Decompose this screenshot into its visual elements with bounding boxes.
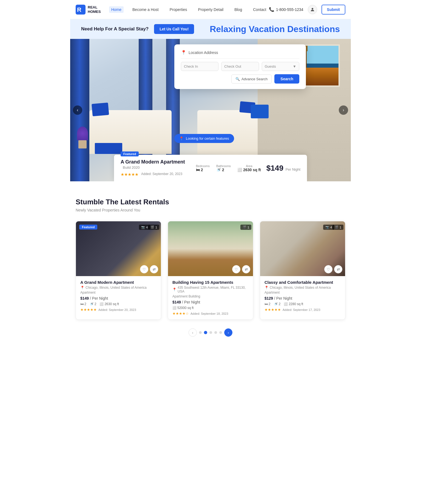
dot-1[interactable] <box>199 331 202 334</box>
dot-3[interactable] <box>209 331 212 334</box>
call-button[interactable]: Let Us Call You! <box>154 24 194 34</box>
card-footer-1: ★★★★★ Added: September 20, 2023 <box>80 308 157 312</box>
hero-property-info: A Grand Modern Apartment Build 2020 ★★★★… <box>121 159 190 177</box>
hero-property-name: A Grand Modern Apartment <box>121 159 185 165</box>
phone-number: 1-800-555-1234 <box>276 7 303 12</box>
navbar: R REAL HOMES Home Become a Host Properti… <box>70 0 351 19</box>
dot-4[interactable] <box>214 331 217 334</box>
nav-home[interactable]: Home <box>109 6 124 13</box>
user-icon <box>310 7 315 12</box>
dot-5[interactable] <box>219 331 222 334</box>
pillow-1 <box>92 102 109 116</box>
rentals-subtitle: Newly Vacated Properties Around You <box>76 208 345 212</box>
features-bar: 📍 Looking for certain features <box>174 134 234 143</box>
hero-top-bar: Need Help For A Special Stay? Let Us Cal… <box>70 19 351 39</box>
card-image-3: 📷 4 🎬 1 ♡ ⇄ <box>260 221 345 276</box>
card-compare-3[interactable]: ⇄ <box>334 265 342 273</box>
card-price-1: $149 / Per Night <box>80 296 157 300</box>
card-title-3: Classy and Comfortable Apartment <box>264 280 341 285</box>
check-in-field[interactable]: Check In <box>181 62 218 71</box>
card-favorite-1[interactable]: ♡ <box>140 265 148 273</box>
hero-banner-text: Need Help For A Special Stay? <box>81 26 149 32</box>
area-icon: ⬜ <box>237 168 242 172</box>
features-button[interactable]: 📍 Looking for certain features <box>174 134 234 143</box>
card-baths-3: 🚿 2 <box>274 302 281 306</box>
location-icon-2: 📍 <box>172 288 177 291</box>
search-fields-row: Check In Check Out Guests ▼ <box>181 62 299 71</box>
card-location-3: 📍 Chicago, Illinois, United States of Am… <box>264 286 341 290</box>
hero-property-stats: Bedrooms 🛏 2 Bathrooms 🚿 2 Area <box>196 164 261 172</box>
property-card-3[interactable]: 📷 4 🎬 1 ♡ ⇄ Classy and Comfortable Apart… <box>260 221 345 320</box>
bathroom-icon: 🚿 <box>216 168 221 172</box>
guests-field[interactable]: Guests ▼ <box>262 62 299 71</box>
carousel-dots: ‹ › <box>76 328 345 348</box>
nav-properties[interactable]: Properties <box>167 6 189 13</box>
dots-prev-arrow[interactable]: ‹ <box>189 328 197 337</box>
user-icon-button[interactable] <box>308 5 317 14</box>
card-image-2: 🎬 1 ♡ ⇄ <box>168 221 253 276</box>
nav-contact[interactable]: Contact <box>251 6 268 13</box>
card-actions-3: ♡ ⇄ <box>324 265 342 273</box>
video-icon-3: 🎬 <box>335 225 338 229</box>
nav-blog[interactable]: Blog <box>232 6 244 13</box>
advance-search-button[interactable]: 🔍 Advance Search <box>231 75 272 84</box>
bed-accent <box>95 143 122 154</box>
card-location-2: 📍 435 Southwest 12th Avenue, Miami, FL 3… <box>172 286 249 293</box>
card-area-3: ⬜ 2280 sq ft <box>284 302 303 306</box>
card-video-count-2: 🎬 1 <box>240 225 251 230</box>
hero-featured-badge: Featured <box>121 151 139 156</box>
area-icon-2: ⬜ <box>172 306 177 310</box>
logo-text: REAL HOMES <box>88 5 101 14</box>
pillow-3 <box>251 105 269 118</box>
nav-property-detail[interactable]: Property Detail <box>196 6 226 13</box>
card-stars-2: ★★★★☆ <box>172 311 189 316</box>
location-row: 📍 Location Address <box>181 50 299 59</box>
dots-next-arrow[interactable]: › <box>224 328 232 337</box>
camera-icon-1: 📷 <box>141 225 145 229</box>
hero-stat-bedrooms: Bedrooms 🛏 2 <box>196 164 210 172</box>
svg-text:R: R <box>77 6 81 13</box>
card-type-2: Apartment Building <box>172 294 249 298</box>
card-body-2: Building Having 15 Apartments 📍 435 Sout… <box>168 276 253 319</box>
bed-icon-3: 🛏 <box>264 302 268 306</box>
bath-icon-3: 🚿 <box>274 302 278 306</box>
card-favorite-2[interactable]: ♡ <box>232 265 240 273</box>
card-compare-1[interactable]: ⇄ <box>150 265 158 273</box>
card-area-1: ⬜ 2630 sq ft <box>99 302 119 306</box>
check-out-field[interactable]: Check Out <box>221 62 259 71</box>
logo[interactable]: R REAL HOMES <box>76 5 101 15</box>
nav-become-host[interactable]: Become a Host <box>130 6 161 13</box>
bed-icon-1: 🛏 <box>80 302 84 306</box>
card-beds-1: 🛏 2 <box>80 302 86 306</box>
card-stats-2: ⬜ 52000 sq ft <box>172 306 249 310</box>
card-video-count-3: 🎬 1 <box>332 225 343 230</box>
card-added-3: Added: September 17, 2023 <box>283 308 320 311</box>
card-title-1: A Grand Modern Apartment <box>80 280 157 285</box>
dot-2[interactable] <box>204 331 207 334</box>
card-body-3: Classy and Comfortable Apartment 📍 Chica… <box>260 276 345 316</box>
bedroom-icon: 🛏 <box>196 168 200 172</box>
carousel-prev-button[interactable]: ‹ <box>73 105 82 115</box>
phone-area: 📞 1-800-555-1234 <box>269 7 303 12</box>
card-type-1: Apartment <box>80 291 157 294</box>
search-button[interactable]: Search <box>274 74 299 84</box>
card-stats-1: 🛏 2 🚿 2 ⬜ 2630 sq ft <box>80 302 157 306</box>
submit-button[interactable]: Submit <box>322 5 345 15</box>
bath-icon-1: 🚿 <box>90 302 94 306</box>
card-type-3: Apartment <box>264 291 341 294</box>
property-card-1[interactable]: Featured 📷 4 🎬 1 ♡ ⇄ A Grand Modern Apar… <box>76 221 161 320</box>
rentals-section: Stumble The Latest Rentals Newly Vacated… <box>70 181 351 359</box>
carousel-next-button[interactable]: › <box>339 105 348 115</box>
card-favorite-3[interactable]: ♡ <box>324 265 332 273</box>
card-footer-3: ★★★★★ Added: September 17, 2023 <box>264 308 341 312</box>
features-icon: 📍 <box>179 136 184 141</box>
property-card-2[interactable]: 🎬 1 ♡ ⇄ Building Having 15 Apartments 📍 … <box>168 221 253 320</box>
card-compare-2[interactable]: ⇄ <box>242 265 250 273</box>
card-actions-1: ♡ ⇄ <box>140 265 158 273</box>
area-icon-3: ⬜ <box>284 302 288 306</box>
location-input[interactable]: Location Address <box>189 50 218 55</box>
hero-property-card: Featured A Grand Modern Apartment Build … <box>114 155 307 181</box>
nav-links: Home Become a Host Properties Property D… <box>109 6 269 13</box>
video-icon-1: 🎬 <box>150 225 154 229</box>
area-icon-1: ⬜ <box>99 302 104 306</box>
